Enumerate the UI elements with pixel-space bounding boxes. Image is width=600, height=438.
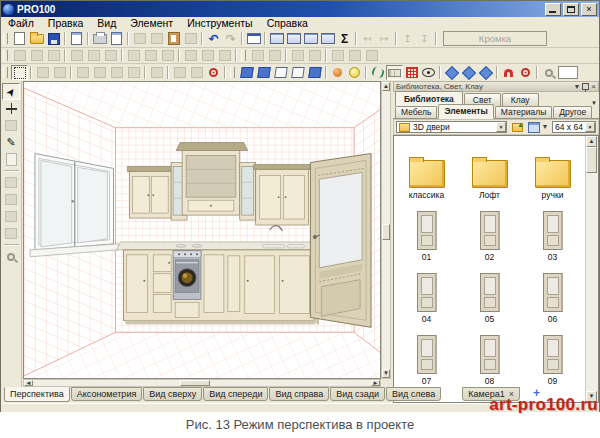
interior-door[interactable]: [310, 154, 371, 328]
print-button[interactable]: [91, 31, 108, 46]
report-button[interactable]: [68, 31, 85, 46]
menu-tools[interactable]: Инструменты: [180, 17, 259, 30]
library-item[interactable]: 01: [395, 200, 458, 262]
menu-element[interactable]: Элемент: [123, 17, 180, 30]
grid-button[interactable]: [403, 65, 420, 80]
path-combobox[interactable]: 3D двери ▼: [396, 121, 507, 133]
view-mode-button[interactable]: ▼: [527, 121, 549, 134]
close-button[interactable]: ×: [581, 3, 597, 16]
panel-menu-icon[interactable]: ▼: [573, 83, 580, 91]
oven[interactable]: [173, 251, 201, 318]
toolbar-grip[interactable]: [241, 50, 246, 61]
snap-grid-button[interactable]: [443, 65, 460, 80]
library-item[interactable]: 06: [521, 262, 584, 324]
view-wireframe-button[interactable]: [272, 65, 289, 80]
dimensions-button[interactable]: [386, 65, 403, 80]
visibility-button[interactable]: [420, 65, 437, 80]
size-dropdown-icon[interactable]: ▼: [585, 122, 595, 132]
library-vscrollbar[interactable]: ▲ ▼: [585, 136, 598, 402]
viewport-vscrollbar[interactable]: ▲ ▼: [381, 81, 391, 379]
menu-view[interactable]: Вид: [90, 17, 123, 30]
window-object[interactable]: [30, 154, 119, 257]
open-file-button[interactable]: [28, 31, 45, 46]
view-axonometry-button[interactable]: [255, 65, 272, 80]
view-tab-back[interactable]: Вид сзади: [330, 387, 385, 401]
paste-button[interactable]: [165, 31, 182, 46]
subtab-materials[interactable]: Материалы: [495, 106, 553, 118]
contour-button[interactable]: [369, 65, 386, 80]
hscroll-thumb[interactable]: [180, 380, 210, 386]
toolbar-grip[interactable]: [230, 67, 235, 78]
view-tab-axonometry[interactable]: Аксонометрия: [71, 387, 143, 401]
subtab-furniture[interactable]: Мебель: [395, 106, 437, 118]
magnet-button[interactable]: [500, 65, 517, 80]
tab-klau[interactable]: Клау: [502, 93, 539, 106]
menu-file[interactable]: Файл: [1, 17, 41, 30]
scroll-right-button[interactable]: ►: [371, 380, 380, 386]
subtab-other[interactable]: Другое: [553, 106, 592, 118]
toolbar-grip[interactable]: [3, 67, 8, 78]
view-solid-button[interactable]: [306, 65, 323, 80]
save-button[interactable]: [45, 31, 62, 46]
library-folder[interactable]: Лофт: [458, 138, 521, 200]
menu-help[interactable]: Справка: [260, 17, 315, 30]
library-item[interactable]: 05: [458, 262, 521, 324]
library-folder[interactable]: классика: [395, 138, 458, 200]
icon-size-combobox[interactable]: 64 x 64 ▼: [552, 121, 596, 133]
undo-button[interactable]: ↶: [205, 31, 222, 46]
panel-close-icon[interactable]: ×: [591, 83, 596, 91]
new-file-button[interactable]: [11, 31, 28, 46]
library-item[interactable]: 03: [521, 200, 584, 262]
maximize-button[interactable]: [563, 3, 579, 16]
properties-button[interactable]: [245, 31, 262, 46]
library-item[interactable]: 07: [395, 324, 458, 386]
center-view-button[interactable]: [205, 65, 222, 80]
toolbar-grip[interactable]: [3, 33, 8, 44]
library-content[interactable]: классика Лофт ручки 01 02 03 04 05 06 07…: [393, 135, 599, 403]
panel-light-button[interactable]: [285, 31, 302, 46]
scroll-up-button[interactable]: ▲: [382, 82, 390, 91]
snap-point-button[interactable]: [477, 65, 494, 80]
library-scroll-thumb[interactable]: [586, 147, 597, 173]
textures-button[interactable]: [329, 65, 346, 80]
select-tool-button[interactable]: [11, 65, 28, 80]
library-item[interactable]: 04: [395, 262, 458, 324]
library-item[interactable]: 09: [521, 324, 584, 386]
viewport-scene[interactable]: [24, 82, 380, 378]
path-dropdown-icon[interactable]: ▼: [496, 122, 506, 132]
panel-price-button[interactable]: [319, 31, 336, 46]
scroll-down-button[interactable]: ▼: [382, 369, 390, 378]
panel-library-button[interactable]: [268, 31, 285, 46]
panel-structure-button[interactable]: [302, 31, 319, 46]
view-tab-front[interactable]: Вид спереди: [203, 387, 268, 401]
dimension-tool-button[interactable]: [2, 100, 20, 117]
viewport-hscrollbar[interactable]: ◄ ►: [23, 379, 381, 387]
light-button[interactable]: [346, 65, 363, 80]
view-tab-perspective[interactable]: Перспектива: [4, 387, 70, 402]
scroll-up-button[interactable]: ▲: [586, 136, 597, 147]
view-tab-left[interactable]: Вид слева: [386, 387, 441, 401]
snap-edge-button[interactable]: [460, 65, 477, 80]
folder-up-button[interactable]: ▲: [510, 121, 524, 134]
color-swatch[interactable]: [557, 65, 579, 80]
view-tab-right[interactable]: Вид справа: [269, 387, 329, 401]
pin-icon[interactable]: [582, 83, 589, 90]
menu-edit[interactable]: Правка: [41, 17, 90, 30]
library-item[interactable]: 02: [458, 200, 521, 262]
vscroll-thumb[interactable]: [382, 224, 390, 240]
library-item[interactable]: 08: [458, 324, 521, 386]
viewport-3d[interactable]: [23, 81, 381, 379]
pencil-tool-button[interactable]: ✎: [2, 134, 20, 151]
minimize-button[interactable]: [545, 3, 561, 16]
library-folder[interactable]: ручки: [521, 138, 584, 200]
view-outline-button[interactable]: [289, 65, 306, 80]
title-bar[interactable]: PRO100 ×: [1, 1, 599, 17]
scroll-left-button[interactable]: ◄: [24, 380, 33, 386]
pointer-tool-button[interactable]: ➤: [2, 83, 20, 100]
view-tab-top[interactable]: Вид сверху: [143, 387, 202, 401]
subtab-elements[interactable]: Элементы: [438, 104, 493, 119]
auto-snap-button[interactable]: [517, 65, 534, 80]
view-perspective-button[interactable]: [238, 65, 255, 80]
toolbar-grip[interactable]: [3, 50, 8, 61]
sum-button[interactable]: Σ: [336, 31, 353, 46]
